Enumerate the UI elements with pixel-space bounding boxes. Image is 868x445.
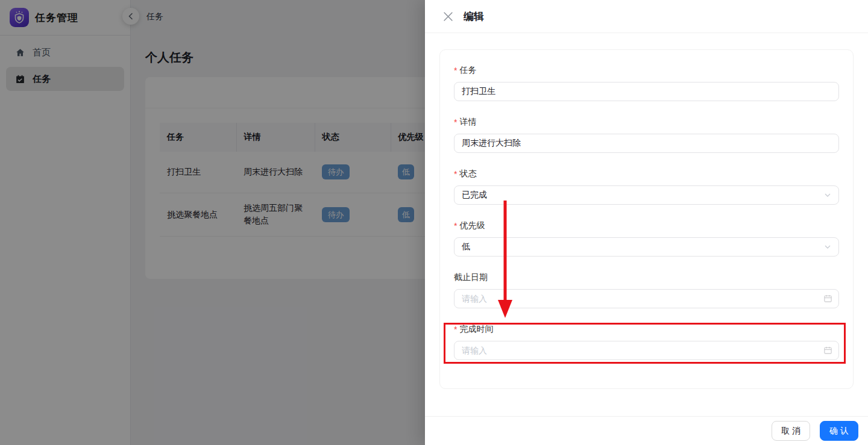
field-due-date: 截止日期	[454, 272, 839, 308]
task-input[interactable]	[454, 82, 839, 101]
app-window: 任务管理 首页 任务	[0, 0, 868, 445]
required-asterisk: *	[454, 221, 457, 231]
status-select-value: 已完成	[462, 190, 487, 201]
field-label-finish-time: * 完成时间	[454, 323, 839, 335]
detail-input[interactable]	[454, 134, 839, 153]
field-priority: * 优先级 低	[454, 220, 839, 257]
finish-time-input[interactable]	[454, 341, 839, 360]
required-asterisk: *	[454, 169, 457, 179]
edit-drawer: 编辑 * 任务 * 详情 * 状态 已完成	[425, 0, 868, 445]
field-label-status: * 状态	[454, 168, 839, 180]
field-label-task: * 任务	[454, 64, 839, 76]
confirm-button[interactable]: 确 认	[820, 421, 858, 441]
field-task: * 任务	[454, 64, 839, 101]
drawer-header: 编辑	[425, 0, 868, 33]
status-select[interactable]: 已完成	[454, 185, 839, 205]
drawer-footer: 取 消 确 认	[425, 416, 868, 445]
field-label-due-date: 截止日期	[454, 272, 839, 284]
field-status: * 状态 已完成	[454, 168, 839, 205]
required-asterisk: *	[454, 325, 457, 334]
cancel-button[interactable]: 取 消	[772, 421, 810, 441]
required-asterisk: *	[454, 66, 457, 75]
field-label-detail: * 详情	[454, 116, 839, 128]
chevron-down-icon	[824, 191, 831, 199]
due-date-input[interactable]	[454, 289, 839, 308]
field-label-priority: * 优先级	[454, 220, 839, 232]
chevron-down-icon	[824, 243, 831, 251]
field-finish-time: * 完成时间	[454, 323, 839, 360]
due-date-picker[interactable]	[454, 289, 839, 308]
priority-select-value: 低	[462, 241, 470, 252]
close-icon[interactable]	[442, 11, 453, 22]
priority-select[interactable]: 低	[454, 237, 839, 257]
required-asterisk: *	[454, 117, 457, 127]
field-detail: * 详情	[454, 116, 839, 153]
drawer-title: 编辑	[464, 10, 484, 23]
finish-time-picker[interactable]	[454, 341, 839, 360]
